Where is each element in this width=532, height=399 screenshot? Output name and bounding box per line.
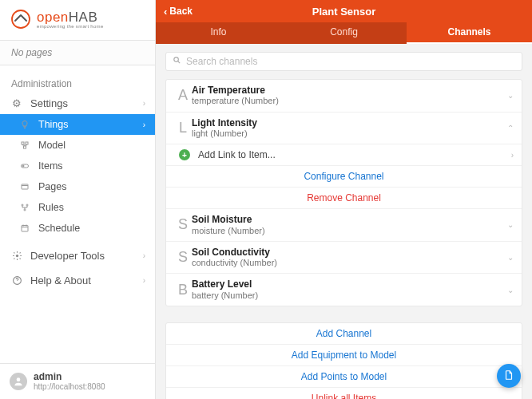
channel-sub: temperature (Number): [192, 96, 507, 106]
channel-name: Battery Level: [192, 279, 507, 290]
main-panel: ‹ Back Plant Sensor Info Config Channels: [156, 0, 532, 399]
channel-letter: S: [174, 216, 192, 233]
sidebar-item-developer-tools[interactable]: Developer Tools ›: [0, 245, 155, 267]
chevron-right-icon: ›: [143, 120, 145, 129]
page-title: Plant Sensor: [156, 6, 532, 18]
back-button[interactable]: ‹ Back: [156, 6, 200, 18]
channel-name: Air Temperature: [192, 85, 507, 96]
svg-rect-1: [22, 142, 24, 144]
footer-actions: Add Channel Add Equipment to Model Add P…: [165, 322, 522, 399]
plus-icon: +: [179, 149, 190, 160]
sidebar-item-schedule[interactable]: Schedule: [0, 218, 155, 239]
chevron-down-icon: ⌄: [507, 253, 514, 262]
svg-rect-2: [26, 142, 28, 144]
openhab-logo-icon: [10, 8, 32, 30]
dev-tools-label: Developer Tools: [30, 250, 143, 262]
svg-point-13: [17, 377, 21, 381]
help-icon: [10, 275, 24, 286]
document-icon: [503, 369, 514, 383]
user-url: http://localhost:8080: [34, 382, 105, 391]
brand-subtitle: empowering the smart home: [37, 24, 104, 29]
model-label: Model: [38, 140, 145, 151]
brand-text-1: open: [37, 10, 69, 25]
chevron-down-icon: ⌄: [507, 220, 514, 229]
chevron-right-icon: ›: [143, 99, 145, 108]
back-label: Back: [169, 6, 193, 17]
sidebar-item-things[interactable]: Things ›: [0, 114, 155, 135]
configure-channel-button[interactable]: Configure Channel: [166, 166, 522, 188]
chevron-right-icon: ›: [143, 251, 145, 260]
brand-text-2: HAB: [69, 10, 97, 25]
channel-sub: light (Number): [192, 128, 507, 139]
svg-point-8: [26, 204, 28, 206]
channel-letter: A: [174, 87, 192, 104]
user-footer[interactable]: admin http://localhost:8080: [0, 363, 155, 399]
svg-point-11: [15, 255, 18, 257]
svg-point-5: [22, 165, 24, 167]
brand-logo[interactable]: openHAB empowering the smart home: [0, 0, 155, 37]
channel-name: Soil Conductivity: [192, 247, 507, 258]
avatar-icon: [10, 373, 27, 390]
channel-letter: B: [174, 282, 192, 298]
channel-row[interactable]: B Battery Level battery (Number) ⌄: [166, 274, 522, 306]
lightbulb-icon: [18, 120, 32, 129]
items-label: Items: [38, 160, 145, 172]
channel-row[interactable]: S Soil Moisture moisture (Number) ⌄: [166, 209, 522, 242]
svg-rect-3: [24, 146, 26, 148]
channel-letter: L: [174, 120, 192, 136]
svg-point-9: [24, 209, 26, 211]
svg-point-0: [12, 10, 30, 28]
channel-row[interactable]: A Air Temperature temperature (Number) ⌄: [166, 80, 522, 113]
sidebar-item-help[interactable]: Help & About ›: [0, 270, 155, 291]
toggle-icon: [18, 161, 32, 171]
sidebar: openHAB empowering the smart home No pag…: [0, 0, 156, 399]
channel-name: Soil Moisture: [192, 214, 507, 225]
pages-icon: [18, 182, 32, 192]
sidebar-item-settings[interactable]: ⚙ Settings ›: [0, 93, 155, 114]
channel-name: Light Intensity: [192, 117, 507, 128]
pages-label: Pages: [38, 181, 145, 192]
sidebar-item-items[interactable]: Items: [0, 156, 155, 176]
unlink-all-items-button[interactable]: Unlink all Items: [166, 388, 522, 399]
channel-row[interactable]: L Light Intensity light (Number) ⌃: [166, 113, 522, 145]
channel-sub: battery (Number): [192, 290, 507, 301]
svg-rect-10: [22, 226, 28, 232]
search-input[interactable]: [186, 56, 515, 67]
svg-rect-6: [22, 184, 28, 189]
chevron-right-icon: ›: [143, 276, 145, 285]
sidebar-item-model[interactable]: Model: [0, 135, 155, 156]
rules-icon: [18, 203, 32, 212]
rules-label: Rules: [38, 202, 145, 213]
tab-config[interactable]: Config: [281, 22, 407, 44]
add-link-to-item[interactable]: + Add Link to Item... ›: [166, 144, 522, 166]
chevron-up-icon: ⌃: [507, 124, 514, 132]
add-channel-button[interactable]: Add Channel: [166, 323, 522, 345]
tools-icon: [10, 251, 24, 261]
tab-channels[interactable]: Channels: [407, 22, 532, 44]
channel-letter: S: [174, 249, 192, 266]
chevron-down-icon: ⌄: [507, 91, 514, 100]
model-icon: [18, 140, 32, 150]
calendar-icon: [18, 223, 32, 233]
administration-section-title: Administration: [0, 72, 155, 93]
sidebar-item-rules[interactable]: Rules: [0, 197, 155, 218]
content-area: A Air Temperature temperature (Number) ⌄…: [156, 44, 532, 399]
channel-sub: conductivity (Number): [192, 258, 507, 268]
search-icon: [173, 56, 181, 67]
channel-row[interactable]: S Soil Conductivity conductivity (Number…: [166, 242, 522, 275]
tab-info[interactable]: Info: [156, 22, 281, 44]
schedule-label: Schedule: [38, 223, 145, 234]
remove-channel-button[interactable]: Remove Channel: [166, 188, 522, 209]
add-equipment-button[interactable]: Add Equipment to Model: [166, 345, 522, 366]
svg-point-14: [174, 57, 179, 62]
add-points-button[interactable]: Add Points to Model: [166, 366, 522, 388]
help-label: Help & About: [30, 275, 143, 286]
search-box[interactable]: [165, 52, 522, 71]
chevron-right-icon: ›: [511, 151, 514, 160]
chevron-left-icon: ‹: [164, 6, 167, 18]
add-link-label: Add Link to Item...: [198, 149, 276, 160]
fab-button[interactable]: [497, 364, 521, 388]
settings-label: Settings: [30, 97, 143, 109]
user-name: admin: [34, 372, 105, 382]
sidebar-item-pages[interactable]: Pages: [0, 176, 155, 197]
